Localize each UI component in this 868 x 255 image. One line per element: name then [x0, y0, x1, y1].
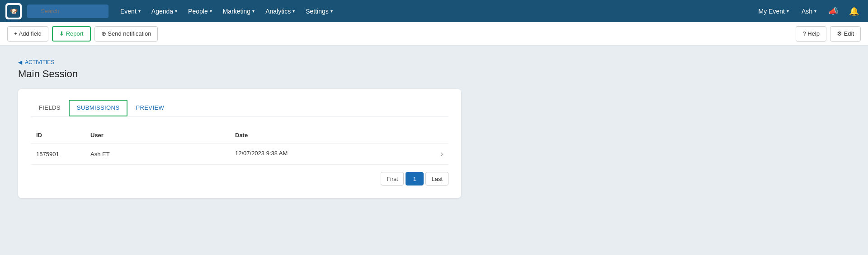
nav-item-event[interactable]: Event ▾ — [116, 5, 145, 18]
pagination: First 1 Last — [31, 172, 448, 185]
chevron-down-icon: ▾ — [138, 9, 141, 14]
col-header-id: ID — [31, 127, 85, 144]
last-page-button[interactable]: Last — [425, 172, 448, 185]
edit-button[interactable]: ⚙ Edit — [830, 26, 861, 42]
chevron-down-icon: ▾ — [175, 9, 177, 14]
logo-inner: 🐶 — [7, 5, 20, 18]
col-header-date: Date — [230, 127, 448, 144]
row-chevron-icon: › — [441, 150, 443, 158]
chevron-down-icon: ▾ — [330, 9, 333, 14]
help-button[interactable]: ? Help — [796, 26, 826, 42]
cell-user: Ash ET — [85, 144, 230, 165]
report-button[interactable]: ⬇ Report — [52, 26, 91, 42]
chevron-down-icon: ▾ — [814, 9, 816, 14]
tab-submissions[interactable]: SUBMISSIONS — [69, 100, 128, 116]
nav-item-analytics[interactable]: Analytics ▾ — [261, 5, 299, 18]
main-content: ◀ ACTIVITIES Main Session FIELDS SUBMISS… — [0, 46, 868, 212]
first-page-button[interactable]: First — [381, 172, 404, 185]
page-title: Main Session — [18, 68, 850, 80]
chevron-down-icon: ▾ — [787, 9, 789, 14]
my-event-selector[interactable]: My Event ▾ — [754, 5, 793, 18]
nav-item-settings[interactable]: Settings ▾ — [301, 5, 337, 18]
cell-id: 1575901 — [31, 144, 85, 165]
chevron-down-icon: ▾ — [210, 9, 212, 14]
search-input[interactable] — [27, 5, 108, 18]
user-menu[interactable]: Ash ▾ — [797, 5, 821, 18]
app-logo[interactable]: 🐶 — [5, 3, 22, 19]
current-page-button[interactable]: 1 — [406, 172, 424, 185]
cell-date: 12/07/2023 9:38 AM › — [230, 144, 448, 165]
nav-item-marketing[interactable]: Marketing ▾ — [218, 5, 259, 18]
table-row[interactable]: 1575901 Ash ET 12/07/2023 9:38 AM › — [31, 144, 448, 165]
tabs: FIELDS SUBMISSIONS PREVIEW — [31, 100, 448, 116]
toolbar: + Add field ⬇ Report ⊕ Send notification… — [0, 22, 868, 46]
tab-preview[interactable]: PREVIEW — [127, 100, 172, 116]
table-header-row: ID User Date — [31, 127, 448, 144]
chevron-down-icon: ▾ — [252, 9, 255, 14]
breadcrumb[interactable]: ◀ ACTIVITIES — [18, 59, 850, 65]
megaphone-icon[interactable]: 📣 — [825, 5, 842, 18]
bell-icon[interactable]: 🔔 — [845, 5, 863, 18]
add-field-button[interactable]: + Add field — [7, 26, 48, 42]
nav-right: My Event ▾ Ash ▾ 📣 🔔 — [754, 5, 863, 18]
toolbar-right: ? Help ⚙ Edit — [796, 26, 861, 42]
chevron-down-icon: ▾ — [292, 9, 295, 14]
top-nav: 🐶 🔍 Event ▾ Agenda ▾ People ▾ Marketing … — [0, 0, 868, 22]
col-header-user: User — [85, 127, 230, 144]
nav-items: Event ▾ Agenda ▾ People ▾ Marketing ▾ An… — [116, 5, 754, 18]
nav-item-agenda[interactable]: Agenda ▾ — [147, 5, 182, 18]
search-wrapper: 🔍 — [27, 5, 108, 18]
submissions-table: ID User Date 1575901 Ash ET 12/07/2023 9… — [31, 127, 448, 165]
send-notification-button[interactable]: ⊕ Send notification — [94, 26, 158, 42]
card: FIELDS SUBMISSIONS PREVIEW ID User Date … — [18, 89, 461, 198]
breadcrumb-arrow: ◀ — [18, 59, 22, 65]
tab-fields[interactable]: FIELDS — [31, 100, 69, 116]
nav-item-people[interactable]: People ▾ — [184, 5, 217, 18]
